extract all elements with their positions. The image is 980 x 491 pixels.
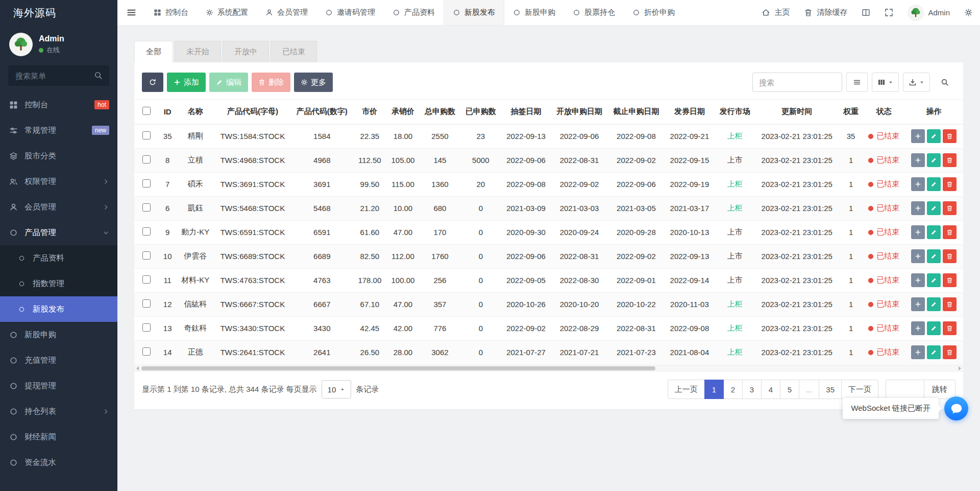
row-edit-button[interactable] [927,201,941,215]
column-header[interactable]: 开放申购日期 [551,100,607,124]
row-edit-button[interactable] [927,321,941,335]
column-header[interactable]: 产品代码(字母) [214,100,291,124]
sidebar-item[interactable]: 股市分类 [0,143,117,169]
row-checkbox[interactable] [142,323,151,332]
sidebar-item[interactable]: 产品管理 [0,220,117,245]
row-checkbox[interactable] [142,251,151,260]
row-delete-button[interactable] [943,129,957,143]
page-button[interactable]: 4 [761,380,780,399]
row-plus-button[interactable] [911,225,925,239]
scroll-right-arrow-icon[interactable] [959,366,961,370]
row-checkbox[interactable] [142,299,151,308]
columns-button[interactable] [872,73,899,92]
row-edit-button[interactable] [927,273,941,287]
topnav-item[interactable]: 新股申购 [504,0,564,25]
sidebar-item[interactable]: 充值管理 [0,347,117,373]
hamburger-icon[interactable] [117,0,145,25]
row-plus-button[interactable] [911,249,925,263]
scroll-left-arrow-icon[interactable] [136,366,139,370]
column-header[interactable]: 已申购数 [460,100,501,124]
row-delete-button[interactable] [943,249,957,263]
row-edit-button[interactable] [927,177,941,191]
row-checkbox[interactable] [142,275,151,284]
market-link[interactable]: 上柜 [727,347,743,356]
column-header[interactable]: 产品代码(数字) [291,100,353,124]
row-plus-button[interactable] [911,345,925,359]
settings-button[interactable] [957,0,980,25]
row-edit-button[interactable] [927,153,941,167]
market-link[interactable]: 上市 [727,155,743,164]
table-search-input[interactable] [752,73,842,92]
column-header[interactable]: 市价 [353,100,386,124]
column-header[interactable]: 总申购数 [420,100,460,124]
sidebar-item[interactable]: 新股申购 [0,322,117,347]
home-button[interactable]: 主页 [754,0,797,25]
fullscreen-button[interactable] [877,0,900,25]
column-header[interactable]: 发券日期 [665,100,715,124]
jump-page-input[interactable] [886,380,924,399]
tab-item[interactable]: 未开始 [175,41,221,62]
sidebar-subitem[interactable]: 新股发布 [0,296,117,322]
edit-button[interactable]: 编辑 [209,73,248,92]
add-button[interactable]: 添加 [167,73,206,92]
row-delete-button[interactable] [943,153,957,167]
row-edit-button[interactable] [927,225,941,239]
row-checkbox[interactable] [142,347,151,356]
sidebar-subitem[interactable]: 指数管理 [0,271,117,296]
more-button[interactable]: 更多 [294,73,333,92]
search-toggle-button[interactable] [934,73,955,92]
delete-button[interactable]: 删除 [252,73,290,92]
topnav-item[interactable]: 股票持仓 [564,0,624,25]
market-link[interactable]: 上柜 [727,323,743,332]
row-edit-button[interactable] [927,249,941,263]
clear-cache-button[interactable]: 清除缓存 [797,0,854,25]
topnav-item[interactable]: 邀请码管理 [316,0,384,25]
market-link[interactable]: 上柜 [727,203,743,212]
row-plus-button[interactable] [911,201,925,215]
row-checkbox[interactable] [142,131,151,139]
row-plus-button[interactable] [911,177,925,191]
column-header[interactable]: 权重 [839,100,863,124]
topnav-item[interactable]: 新股发布 [444,0,504,25]
sidebar-item[interactable]: 财经新闻 [0,424,117,450]
column-header[interactable]: 截止申购日期 [608,100,665,124]
topnav-item[interactable]: 折价申购 [624,0,683,25]
page-button[interactable]: 1 [704,380,724,399]
row-plus-button[interactable] [911,321,925,335]
topnav-item[interactable]: 产品资料 [384,0,444,25]
row-delete-button[interactable] [943,177,957,191]
row-checkbox[interactable] [142,179,151,188]
chat-button[interactable] [944,396,968,420]
topnav-item[interactable]: 会员管理 [257,0,316,25]
prev-page-button[interactable]: 上一页 [668,380,705,399]
market-link[interactable]: 上市 [727,275,743,284]
topnav-item[interactable]: 控制台 [145,0,197,25]
row-delete-button[interactable] [943,273,957,287]
row-edit-button[interactable] [927,345,941,359]
page-button[interactable]: 5 [780,380,799,399]
row-plus-button[interactable] [911,273,925,287]
per-page-select[interactable]: 10 [322,380,352,399]
column-header[interactable]: ID [159,100,176,124]
toggle-view-button[interactable] [846,73,868,92]
export-button[interactable] [903,73,930,92]
page-button[interactable]: 3 [742,380,762,399]
layout-toggle-button[interactable] [854,0,877,25]
sidebar-item[interactable]: 常规管理new [0,118,117,143]
topnav-item[interactable]: 系统配置 [197,0,257,25]
column-header[interactable]: 操作 [904,100,963,124]
row-edit-button[interactable] [927,129,941,143]
refresh-button[interactable] [142,73,163,92]
column-header[interactable]: 抽签日期 [501,100,551,124]
row-delete-button[interactable] [943,321,957,335]
horizontal-scrollbar[interactable] [134,365,963,371]
sidebar-item[interactable]: 控制台hot [0,92,117,118]
market-link[interactable]: 上市 [727,227,743,236]
user-avatar[interactable] [9,33,33,56]
column-header[interactable]: 更新时间 [755,100,839,124]
sidebar-item[interactable]: 资金流水 [0,450,117,475]
market-link[interactable]: 上市 [727,251,743,260]
admin-menu[interactable]: Admin [900,0,957,25]
page-button[interactable]: 35 [819,380,842,399]
column-header[interactable]: 名称 [176,100,214,124]
